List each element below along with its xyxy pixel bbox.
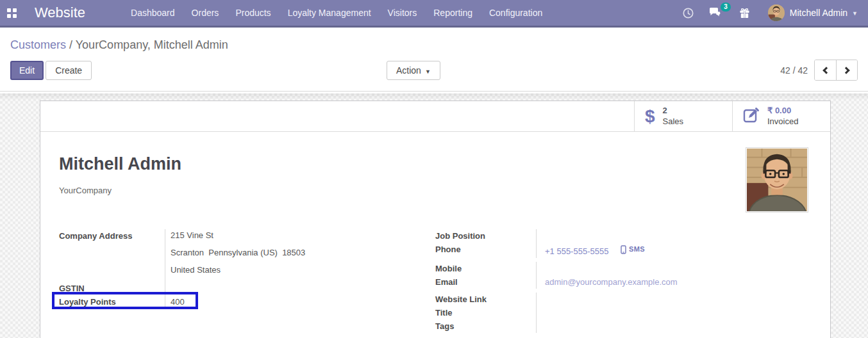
user-menu[interactable]: Mitchell Admin xyxy=(790,8,847,18)
field-row-website-link: Website Link xyxy=(435,293,810,306)
field-label-mobile: Mobile xyxy=(435,262,536,275)
field-value-gstin[interactable] xyxy=(165,282,410,295)
field-label-title: Title xyxy=(435,306,536,319)
customer-photo xyxy=(746,147,808,213)
invoiced-stat-button[interactable]: ₹ 0.00 Invoiced xyxy=(732,101,830,131)
field-row-job-position: Job Position xyxy=(435,229,810,243)
pager-value: 42 / 42 xyxy=(780,65,808,76)
control-panel-buttons: Edit Create Action▼ 42 / 42 xyxy=(10,60,858,81)
menu-loyalty-management[interactable]: Loyalty Management xyxy=(280,0,380,27)
mobile-phone-icon xyxy=(621,245,626,254)
field-label-loyalty-points: Loyalty Points xyxy=(59,295,165,309)
user-menu-caret-icon[interactable]: ▼ xyxy=(852,10,858,17)
pager: 42 / 42 xyxy=(780,60,858,81)
email-link[interactable]: admin@yourcompany.example.com xyxy=(545,277,678,287)
field-label-phone: Phone xyxy=(435,243,536,258)
field-value-website-link[interactable] xyxy=(536,293,810,306)
form-sheet: $ 2 Sales ₹ 0.00 Invoiced Mitchell Admin… xyxy=(40,101,831,338)
control-panel: Customers / YourCompany, Mitchell Admin … xyxy=(0,28,868,92)
user-avatar[interactable] xyxy=(768,4,785,21)
field-row-phone: Phone +1 555-555-5555 SMS xyxy=(435,243,810,258)
field-value-email: admin@yourcompany.example.com xyxy=(536,275,810,289)
breadcrumb: Customers / YourCompany, Mitchell Admin xyxy=(10,28,858,52)
field-row-gstin: GSTIN xyxy=(59,282,410,295)
field-value-phone: +1 555-555-5555 SMS xyxy=(536,243,810,258)
invoiced-amount: ₹ 0.00 xyxy=(767,106,798,117)
menu-configuration[interactable]: Configuration xyxy=(481,0,551,27)
sales-count: 2 xyxy=(663,106,684,117)
field-row-email: Email admin@yourcompany.example.com xyxy=(435,275,810,289)
address-street: 215 Vine St xyxy=(171,230,410,241)
sms-label: SMS xyxy=(629,244,645,255)
field-label-email: Email xyxy=(435,275,536,289)
sales-label: Sales xyxy=(663,117,684,127)
apps-menu-icon[interactable] xyxy=(7,8,17,18)
invoiced-label: Invoiced xyxy=(767,117,798,127)
field-value-loyalty-points[interactable]: 400 xyxy=(165,295,410,309)
record-name: Mitchell Admin xyxy=(59,154,830,174)
messages-icon[interactable]: 3 xyxy=(709,7,722,19)
field-value-title[interactable] xyxy=(536,306,810,319)
menu-dashboard[interactable]: Dashboard xyxy=(122,0,183,27)
edit-button[interactable]: Edit xyxy=(10,61,44,80)
field-row-company-address: Company Address 215 Vine St Scranton Pen… xyxy=(59,229,410,282)
menu-visitors[interactable]: Visitors xyxy=(380,0,426,27)
action-dropdown-button[interactable]: Action▼ xyxy=(387,61,440,80)
stat-button-strip: $ 2 Sales ₹ 0.00 Invoiced xyxy=(40,101,830,132)
menu-products[interactable]: Products xyxy=(227,0,279,27)
menu-reporting[interactable]: Reporting xyxy=(425,0,481,27)
field-value-tags[interactable] xyxy=(536,319,810,333)
field-row-title: Title xyxy=(435,306,810,319)
field-group-left: Company Address 215 Vine St Scranton Pen… xyxy=(59,229,410,309)
address-city-state-zip: Scranton Pennsylvania (US) 18503 xyxy=(171,248,410,258)
field-row-tags: Tags xyxy=(435,319,810,333)
messages-count-badge: 3 xyxy=(721,3,731,12)
phone-link[interactable]: +1 555-555-5555 xyxy=(545,246,608,256)
pager-previous-button[interactable] xyxy=(815,60,836,80)
chevron-left-icon xyxy=(822,67,830,74)
create-button[interactable]: Create xyxy=(46,61,92,80)
sales-stat-button[interactable]: $ 2 Sales xyxy=(634,101,732,131)
main-menu: Dashboard Orders Products Loyalty Manage… xyxy=(122,0,551,27)
field-label-company-address: Company Address xyxy=(59,229,165,282)
edit-note-icon xyxy=(743,107,760,126)
field-label-website-link: Website Link xyxy=(435,293,536,306)
field-row-mobile: Mobile xyxy=(435,262,810,275)
menu-orders[interactable]: Orders xyxy=(183,0,228,27)
field-group-right: Job Position Phone +1 555-555-5555 SMS M… xyxy=(435,229,810,333)
top-navbar: Website Dashboard Orders Products Loyalt… xyxy=(0,0,868,28)
record-title-block: Mitchell Admin YourCompany xyxy=(59,154,830,195)
field-value-mobile[interactable] xyxy=(536,262,810,275)
field-label-job-position: Job Position xyxy=(435,229,536,243)
pager-next-button[interactable] xyxy=(836,60,857,80)
activities-clock-icon[interactable] xyxy=(683,8,694,19)
field-label-gstin: GSTIN xyxy=(59,282,165,295)
address-country: United States xyxy=(171,265,410,275)
field-row-loyalty-points: Loyalty Points 400 xyxy=(59,295,410,309)
field-value-company-address[interactable]: 215 Vine St Scranton Pennsylvania (US) 1… xyxy=(165,229,410,282)
send-sms-button[interactable]: SMS xyxy=(621,244,645,255)
breadcrumb-current: YourCompany, Mitchell Admin xyxy=(76,38,228,51)
action-caret-icon: ▼ xyxy=(425,68,431,75)
breadcrumb-customers-link[interactable]: Customers xyxy=(10,38,66,51)
app-brand[interactable]: Website xyxy=(35,4,85,21)
chevron-right-icon xyxy=(842,67,849,74)
breadcrumb-separator: / xyxy=(69,38,72,51)
dollar-icon: $ xyxy=(645,108,655,125)
field-label-tags: Tags xyxy=(435,319,536,333)
content-area: $ 2 Sales ₹ 0.00 Invoiced Mitchell Admin… xyxy=(0,93,868,338)
record-company: YourCompany xyxy=(59,186,830,195)
gift-icon[interactable] xyxy=(739,8,750,19)
systray: 3 Mitchell Admin ▼ xyxy=(683,4,868,21)
field-value-job-position[interactable] xyxy=(536,229,810,243)
